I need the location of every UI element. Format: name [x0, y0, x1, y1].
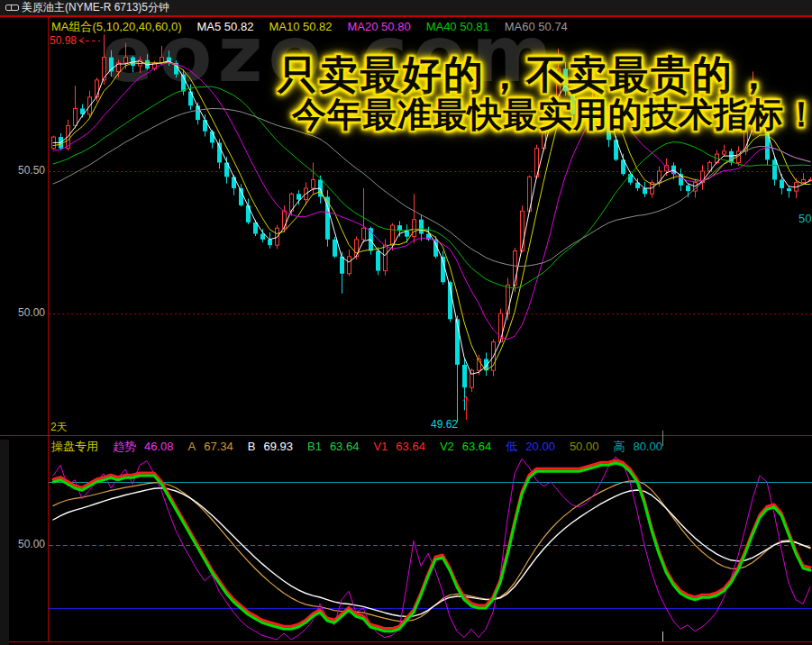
grid-label-5050: 50.50	[2, 164, 45, 177]
oscillator-header: 操盘专用趋势46.08A67.34B69.93B163.64V163.64V26…	[51, 439, 677, 455]
ma-item-MA40: MA40 50.81	[426, 20, 489, 33]
osc-indicator-name: 操盘专用	[51, 440, 98, 453]
osc-item-V1: V163.64	[373, 440, 424, 453]
trading-app-window: 美原油主(NYME-R 6713)5分钟 eozo.com MA组合(5,10,…	[0, 0, 812, 645]
ma-item-MA60: MA60 50.74	[505, 20, 568, 33]
ma-item-MA5: MA5 50.82	[197, 20, 254, 33]
period-label: 2天	[50, 420, 68, 435]
osc-item-B1: B163.64	[307, 440, 359, 453]
high-price-label: 50.98	[50, 34, 77, 47]
osc-item-B: B69.93	[248, 440, 293, 453]
ma-item-MA20: MA20 50.80	[348, 20, 411, 33]
ma-header: MA组合(5,10,20,40,60,0)MA5 50.82MA10 50.82…	[51, 19, 583, 35]
last-price-partial-label: 50	[798, 212, 811, 225]
osc-item-A: A67.34	[188, 440, 233, 453]
ma-item-MA10: MA10 50.82	[269, 20, 332, 33]
osc-item-低: 低20.00	[506, 440, 555, 453]
osc-item-高: 高80.00	[613, 440, 662, 453]
low-price-label: 49.62	[431, 418, 458, 431]
osc-mid-label: 50.00	[2, 538, 45, 550]
ma-group-label: MA组合(5,10,20,40,60,0)	[51, 20, 182, 33]
osc-item-趋势: 趋势46.08	[113, 440, 174, 453]
osc-item-V2: V263.64	[440, 440, 491, 453]
osc-item-50.00: 50.00	[570, 440, 599, 453]
grid-label-5000: 50.00	[2, 306, 45, 319]
promo-text-line2: 今年最准最快最实用的技术指标！	[292, 92, 812, 138]
